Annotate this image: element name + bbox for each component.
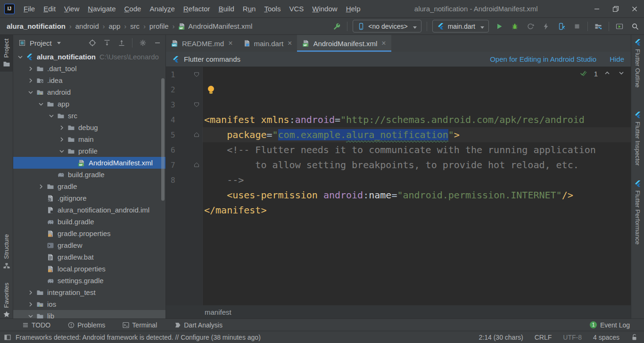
close-tab-icon[interactable]: × xyxy=(288,39,292,48)
inspection-widget[interactable]: 1 xyxy=(580,69,626,78)
tool-tab-problems[interactable]: Problems xyxy=(67,321,105,329)
menu-build[interactable]: Build xyxy=(214,5,238,13)
debug-button[interactable] xyxy=(510,21,520,32)
restore-button[interactable] xyxy=(606,2,625,16)
chevron-down-icon[interactable] xyxy=(25,312,36,319)
run-config-dropdown[interactable]: main.dart xyxy=(432,20,489,33)
menu-run[interactable]: Run xyxy=(239,5,260,13)
chevron-down-icon[interactable] xyxy=(15,53,25,61)
tree-item-settings.gradle[interactable]: settings.gradle xyxy=(13,275,165,286)
profile-button[interactable] xyxy=(525,21,536,32)
tree-item-alura_notification[interactable]: alura_notificationC:\Users\Leonardo xyxy=(13,51,165,63)
close-tab-icon[interactable]: × xyxy=(381,39,386,48)
expand-all-icon[interactable] xyxy=(103,39,111,47)
menu-code[interactable]: Code xyxy=(120,5,146,13)
chevron-right-icon[interactable] xyxy=(25,65,36,73)
code-line-7[interactable]: </manifest> xyxy=(203,203,631,218)
tree-item-.dart_tool[interactable]: .dart_tool xyxy=(13,63,165,74)
chevron-right-icon[interactable] xyxy=(57,136,67,143)
tool-tab-flutter-performance[interactable]: Flutter Performance xyxy=(631,180,644,245)
flutter-wrench-button[interactable] xyxy=(331,21,342,32)
event-log-button[interactable]: 1 Event Log xyxy=(590,321,637,329)
code-line-6[interactable]: <uses-permission android:name="android.p… xyxy=(203,188,631,203)
breadcrumb-project[interactable]: alura_notification xyxy=(7,22,66,30)
fold-up-icon[interactable] xyxy=(191,131,202,139)
tree-item-alura_notification_android.iml[interactable]: alura_notification_android.iml xyxy=(13,204,165,216)
tree-item-debug[interactable]: debug xyxy=(13,122,165,133)
lock-icon[interactable] xyxy=(631,334,638,341)
hot-restart-button[interactable] xyxy=(541,21,551,32)
code-line-2[interactable]: package="com.example.alura_notification"… xyxy=(203,127,631,142)
breadcrumb-app[interactable]: app xyxy=(108,22,120,30)
tree-item-lib[interactable]: lib xyxy=(13,310,165,318)
collapse-all-icon[interactable] xyxy=(117,39,126,47)
menu-vcs[interactable]: VCS xyxy=(285,5,308,13)
tree-item-gradlew[interactable]: gradlew xyxy=(13,239,165,251)
tool-tab-flutter-inspector[interactable]: Flutter Inspector xyxy=(631,111,644,166)
chevron-down-icon[interactable] xyxy=(57,147,67,155)
avd-manager-button[interactable] xyxy=(614,21,625,32)
gear-icon[interactable] xyxy=(139,39,147,47)
search-everywhere-button[interactable] xyxy=(630,21,640,32)
tool-tab-todo[interactable]: TODO xyxy=(22,321,50,329)
breadcrumb-file[interactable]: MF AndroidManifest.xml xyxy=(178,22,252,30)
tool-tab-terminal[interactable]: Terminal xyxy=(122,321,157,329)
code-line-4[interactable]: to allow setting breakpoints, to provide… xyxy=(203,157,631,172)
flutter-attach-button[interactable] xyxy=(556,21,567,32)
tree-item-gradle[interactable]: gradle xyxy=(13,180,165,192)
status-message[interactable]: Frameworks detected: Android framework i… xyxy=(16,334,261,341)
tool-tab-flutter-outline[interactable]: Flutter Outline xyxy=(631,39,644,88)
tree-item-gradle.properties[interactable]: gradle.properties xyxy=(13,228,165,239)
fold-down-icon[interactable] xyxy=(191,101,202,108)
device-manager-button[interactable] xyxy=(593,21,603,32)
chevron-down-icon[interactable] xyxy=(46,112,57,120)
project-panel-title[interactable]: Project xyxy=(30,39,52,47)
breadcrumb-profile[interactable]: profile xyxy=(149,22,169,30)
tool-window-toggle-icon[interactable] xyxy=(4,334,11,341)
chevron-right-icon[interactable] xyxy=(36,183,46,190)
tree-item-android[interactable]: android xyxy=(13,86,165,98)
menu-file[interactable]: File xyxy=(19,5,39,13)
tree-item-app[interactable]: app xyxy=(13,98,165,110)
chevron-right-icon[interactable] xyxy=(57,124,67,131)
fold-down-icon[interactable] xyxy=(191,71,202,78)
tree-item-androidmanifest.xml[interactable]: MFAndroidManifest.xml xyxy=(13,157,165,169)
chevron-right-icon[interactable] xyxy=(25,301,36,308)
tab-readme-md[interactable]: MD README.md × xyxy=(166,35,238,52)
code-line-8[interactable] xyxy=(203,218,631,233)
menu-window[interactable]: Window xyxy=(308,5,341,13)
tree-item-gradlew.bat[interactable]: gradlew.bat xyxy=(13,251,165,263)
hide-banner-link[interactable]: Hide xyxy=(610,55,624,63)
open-in-android-studio-link[interactable]: Open for Editing in Android Studio xyxy=(490,55,596,63)
code-line-1[interactable]: <manifest xmlns:android="http://schemas.… xyxy=(203,112,631,127)
tree-item-integration_test[interactable]: integration_test xyxy=(13,286,165,298)
chevron-down-icon[interactable] xyxy=(55,39,63,47)
minimize-button[interactable] xyxy=(587,2,606,16)
menu-edit[interactable]: Edit xyxy=(39,5,60,13)
code-line-5[interactable]: --> xyxy=(203,172,631,188)
close-tab-icon[interactable]: × xyxy=(228,39,232,48)
menu-navigate[interactable]: Navigate xyxy=(83,5,120,13)
breadcrumb-src[interactable]: src xyxy=(130,22,140,30)
stop-button[interactable] xyxy=(572,21,582,32)
tree-item-build.gradle[interactable]: build.gradle xyxy=(13,169,165,180)
menu-view[interactable]: View xyxy=(60,5,83,13)
select-opened-file-icon[interactable] xyxy=(88,39,97,47)
tool-tab-favorites[interactable]: Favorites xyxy=(0,279,13,322)
tab-main-dart[interactable]: main.dart × xyxy=(238,35,297,52)
chevron-down-icon[interactable] xyxy=(36,100,46,108)
tree-item-src[interactable]: src xyxy=(13,110,165,122)
breadcrumb-manifest[interactable]: manifest xyxy=(205,308,231,316)
editor-body[interactable]: 12345678 <manifest xmlns:android="http:/… xyxy=(166,67,631,305)
tree-item-profile[interactable]: profile xyxy=(13,145,165,157)
run-button[interactable] xyxy=(494,21,504,32)
menu-tools[interactable]: Tools xyxy=(260,5,285,13)
menu-refactor[interactable]: Refactor xyxy=(179,5,215,13)
close-button[interactable] xyxy=(625,2,644,16)
project-scrollbar[interactable] xyxy=(161,78,165,201)
chevron-down-icon[interactable] xyxy=(25,89,36,96)
tool-tab-project[interactable]: Project xyxy=(0,35,13,72)
tree-item-local.properties[interactable]: local.properties xyxy=(13,263,165,275)
caret-position-widget[interactable]: 2:14 (30 chars) xyxy=(479,334,523,341)
tool-tab-dart-analysis[interactable]: Dart Analysis xyxy=(174,321,223,329)
